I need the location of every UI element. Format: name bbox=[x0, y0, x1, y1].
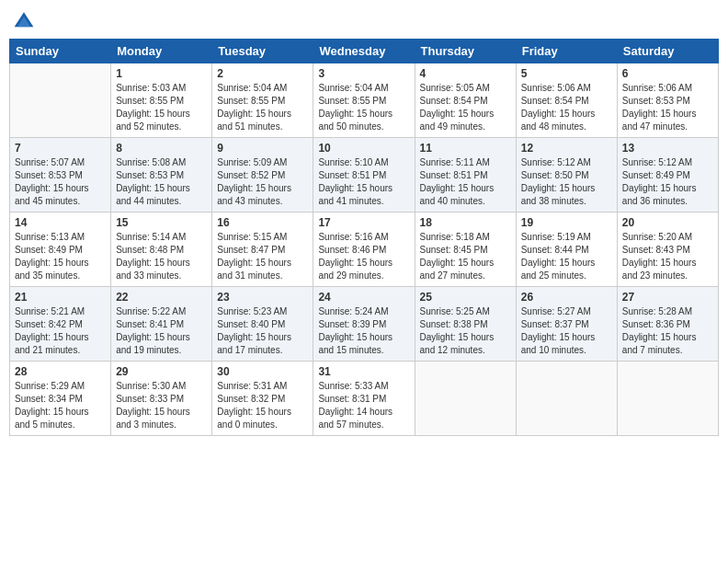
day-number: 21 bbox=[15, 291, 106, 304]
logo-icon bbox=[13, 9, 35, 31]
page-header bbox=[9, 9, 719, 31]
day-number: 14 bbox=[15, 216, 106, 229]
column-header-wednesday: Wednesday bbox=[313, 40, 415, 63]
day-info: Sunrise: 5:23 AMSunset: 8:40 PMDaylight:… bbox=[217, 305, 308, 357]
calendar-cell: 10Sunrise: 5:10 AMSunset: 8:51 PMDayligh… bbox=[313, 138, 415, 213]
calendar-cell: 22Sunrise: 5:22 AMSunset: 8:41 PMDayligh… bbox=[111, 287, 212, 362]
calendar-cell: 19Sunrise: 5:19 AMSunset: 8:44 PMDayligh… bbox=[516, 213, 617, 287]
day-info: Sunrise: 5:11 AMSunset: 8:51 PMDaylight:… bbox=[420, 156, 511, 208]
day-info: Sunrise: 5:22 AMSunset: 8:41 PMDaylight:… bbox=[116, 305, 207, 357]
calendar-cell bbox=[10, 63, 111, 138]
day-number: 29 bbox=[116, 365, 207, 378]
day-info: Sunrise: 5:18 AMSunset: 8:45 PMDaylight:… bbox=[420, 231, 511, 282]
calendar-cell: 16Sunrise: 5:15 AMSunset: 8:47 PMDayligh… bbox=[212, 213, 313, 287]
calendar-week-row: 28Sunrise: 5:29 AMSunset: 8:34 PMDayligh… bbox=[10, 362, 719, 436]
calendar-cell: 29Sunrise: 5:30 AMSunset: 8:33 PMDayligh… bbox=[111, 362, 212, 436]
day-info: Sunrise: 5:20 AMSunset: 8:43 PMDaylight:… bbox=[622, 231, 713, 282]
day-number: 13 bbox=[622, 142, 713, 155]
calendar-cell: 4Sunrise: 5:05 AMSunset: 8:54 PMDaylight… bbox=[415, 63, 516, 138]
day-number: 9 bbox=[217, 142, 308, 155]
day-number: 27 bbox=[622, 291, 713, 304]
day-info: Sunrise: 5:04 AMSunset: 8:55 PMDaylight:… bbox=[217, 82, 308, 133]
calendar-cell: 14Sunrise: 5:13 AMSunset: 8:49 PMDayligh… bbox=[10, 213, 111, 287]
calendar-cell: 26Sunrise: 5:27 AMSunset: 8:37 PMDayligh… bbox=[516, 287, 617, 362]
day-info: Sunrise: 5:12 AMSunset: 8:50 PMDaylight:… bbox=[521, 156, 612, 208]
day-number: 6 bbox=[622, 67, 713, 80]
calendar-cell: 21Sunrise: 5:21 AMSunset: 8:42 PMDayligh… bbox=[10, 287, 111, 362]
day-info: Sunrise: 5:04 AMSunset: 8:55 PMDaylight:… bbox=[318, 82, 409, 133]
day-info: Sunrise: 5:10 AMSunset: 8:51 PMDaylight:… bbox=[318, 156, 409, 208]
day-number: 20 bbox=[622, 216, 713, 229]
day-info: Sunrise: 5:16 AMSunset: 8:46 PMDaylight:… bbox=[318, 231, 409, 282]
day-number: 8 bbox=[116, 142, 207, 155]
day-number: 2 bbox=[217, 67, 308, 80]
day-number: 4 bbox=[420, 67, 511, 80]
day-number: 10 bbox=[318, 142, 409, 155]
day-number: 28 bbox=[15, 365, 106, 378]
calendar-cell: 13Sunrise: 5:12 AMSunset: 8:49 PMDayligh… bbox=[617, 138, 718, 213]
day-info: Sunrise: 5:03 AMSunset: 8:55 PMDaylight:… bbox=[116, 82, 207, 133]
column-header-monday: Monday bbox=[111, 40, 212, 63]
day-number: 3 bbox=[318, 67, 409, 80]
calendar-cell: 3Sunrise: 5:04 AMSunset: 8:55 PMDaylight… bbox=[313, 63, 415, 138]
day-number: 15 bbox=[116, 216, 207, 229]
day-info: Sunrise: 5:05 AMSunset: 8:54 PMDaylight:… bbox=[420, 82, 511, 133]
day-info: Sunrise: 5:24 AMSunset: 8:39 PMDaylight:… bbox=[318, 305, 409, 357]
calendar-week-row: 7Sunrise: 5:07 AMSunset: 8:53 PMDaylight… bbox=[10, 138, 719, 213]
calendar-cell: 23Sunrise: 5:23 AMSunset: 8:40 PMDayligh… bbox=[212, 287, 313, 362]
day-number: 17 bbox=[318, 216, 409, 229]
day-info: Sunrise: 5:29 AMSunset: 8:34 PMDaylight:… bbox=[15, 380, 106, 431]
calendar-table: SundayMondayTuesdayWednesdayThursdayFrid… bbox=[9, 39, 719, 436]
calendar-cell: 1Sunrise: 5:03 AMSunset: 8:55 PMDaylight… bbox=[111, 63, 212, 138]
calendar-cell: 31Sunrise: 5:33 AMSunset: 8:31 PMDayligh… bbox=[313, 362, 415, 436]
calendar-cell: 12Sunrise: 5:12 AMSunset: 8:50 PMDayligh… bbox=[516, 138, 617, 213]
day-info: Sunrise: 5:06 AMSunset: 8:53 PMDaylight:… bbox=[622, 82, 713, 133]
calendar-cell: 7Sunrise: 5:07 AMSunset: 8:53 PMDaylight… bbox=[10, 138, 111, 213]
day-number: 26 bbox=[521, 291, 612, 304]
calendar-cell: 18Sunrise: 5:18 AMSunset: 8:45 PMDayligh… bbox=[415, 213, 516, 287]
calendar-week-row: 14Sunrise: 5:13 AMSunset: 8:49 PMDayligh… bbox=[10, 213, 719, 287]
day-number: 18 bbox=[420, 216, 511, 229]
calendar-cell: 24Sunrise: 5:24 AMSunset: 8:39 PMDayligh… bbox=[313, 287, 415, 362]
day-number: 5 bbox=[521, 67, 612, 80]
column-header-thursday: Thursday bbox=[415, 40, 516, 63]
day-info: Sunrise: 5:13 AMSunset: 8:49 PMDaylight:… bbox=[15, 231, 106, 282]
calendar-cell: 25Sunrise: 5:25 AMSunset: 8:38 PMDayligh… bbox=[415, 287, 516, 362]
day-number: 30 bbox=[217, 365, 308, 378]
day-number: 23 bbox=[217, 291, 308, 304]
day-info: Sunrise: 5:19 AMSunset: 8:44 PMDaylight:… bbox=[521, 231, 612, 282]
day-number: 11 bbox=[420, 142, 511, 155]
calendar-cell: 2Sunrise: 5:04 AMSunset: 8:55 PMDaylight… bbox=[212, 63, 313, 138]
day-info: Sunrise: 5:28 AMSunset: 8:36 PMDaylight:… bbox=[622, 305, 713, 357]
day-number: 12 bbox=[521, 142, 612, 155]
day-info: Sunrise: 5:21 AMSunset: 8:42 PMDaylight:… bbox=[15, 305, 106, 357]
day-number: 7 bbox=[15, 142, 106, 155]
day-number: 22 bbox=[116, 291, 207, 304]
day-number: 31 bbox=[318, 365, 409, 378]
calendar-week-row: 21Sunrise: 5:21 AMSunset: 8:42 PMDayligh… bbox=[10, 287, 719, 362]
calendar-cell: 20Sunrise: 5:20 AMSunset: 8:43 PMDayligh… bbox=[617, 213, 718, 287]
day-info: Sunrise: 5:30 AMSunset: 8:33 PMDaylight:… bbox=[116, 380, 207, 431]
day-info: Sunrise: 5:14 AMSunset: 8:48 PMDaylight:… bbox=[116, 231, 207, 282]
day-info: Sunrise: 5:33 AMSunset: 8:31 PMDaylight:… bbox=[318, 380, 409, 431]
column-header-friday: Friday bbox=[516, 40, 617, 63]
calendar-cell: 11Sunrise: 5:11 AMSunset: 8:51 PMDayligh… bbox=[415, 138, 516, 213]
calendar-cell: 28Sunrise: 5:29 AMSunset: 8:34 PMDayligh… bbox=[10, 362, 111, 436]
calendar-cell: 5Sunrise: 5:06 AMSunset: 8:54 PMDaylight… bbox=[516, 63, 617, 138]
day-number: 25 bbox=[420, 291, 511, 304]
day-number: 24 bbox=[318, 291, 409, 304]
calendar-header-row: SundayMondayTuesdayWednesdayThursdayFrid… bbox=[10, 40, 719, 63]
calendar-cell: 30Sunrise: 5:31 AMSunset: 8:32 PMDayligh… bbox=[212, 362, 313, 436]
calendar-cell: 27Sunrise: 5:28 AMSunset: 8:36 PMDayligh… bbox=[617, 287, 718, 362]
day-info: Sunrise: 5:27 AMSunset: 8:37 PMDaylight:… bbox=[521, 305, 612, 357]
calendar-week-row: 1Sunrise: 5:03 AMSunset: 8:55 PMDaylight… bbox=[10, 63, 719, 138]
day-info: Sunrise: 5:08 AMSunset: 8:53 PMDaylight:… bbox=[116, 156, 207, 208]
day-info: Sunrise: 5:15 AMSunset: 8:47 PMDaylight:… bbox=[217, 231, 308, 282]
logo bbox=[13, 9, 37, 31]
calendar-cell bbox=[415, 362, 516, 436]
column-header-saturday: Saturday bbox=[617, 40, 718, 63]
calendar-cell bbox=[516, 362, 617, 436]
day-number: 19 bbox=[521, 216, 612, 229]
day-info: Sunrise: 5:25 AMSunset: 8:38 PMDaylight:… bbox=[420, 305, 511, 357]
day-number: 16 bbox=[217, 216, 308, 229]
